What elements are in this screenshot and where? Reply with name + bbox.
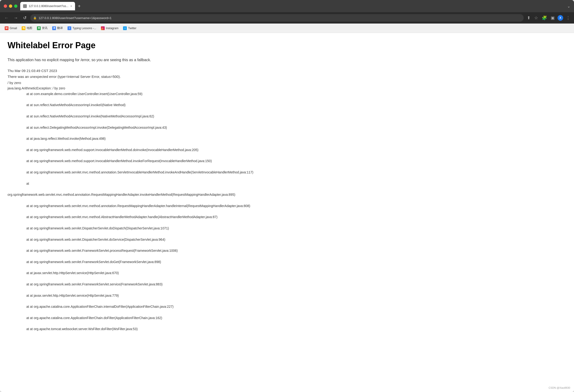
stack-lines-container: at at com.example.demo.controller.UserCo…: [7, 91, 567, 338]
page-title: Whitelabel Error Page: [7, 41, 567, 50]
stack-line: at at org.springframework.web.method.sup…: [7, 158, 567, 164]
bookmark-typing[interactable]: T Typing Lessons -...: [66, 25, 98, 31]
maps-icon: 地: [22, 26, 25, 30]
bookmark-maps[interactable]: 地 地图: [20, 25, 34, 31]
error-line1: There was an unexpected error (type=Inte…: [7, 74, 567, 80]
maximize-button[interactable]: [14, 4, 17, 8]
back-button[interactable]: ←: [3, 15, 10, 21]
url-text: 127.0.0.1:8080/user/insert?username=1&pa…: [39, 16, 521, 20]
error-line2: / by zero: [7, 80, 567, 86]
stack-line: at at org.apache.catalina.core.Applicati…: [7, 304, 567, 310]
close-button[interactable]: [4, 4, 7, 8]
forward-button[interactable]: →: [12, 15, 19, 21]
bookmark-translate-label: 翻译: [57, 26, 63, 30]
bookmark-news[interactable]: 资 资讯: [35, 25, 49, 31]
stack-line: at at org.springframework.web.servlet.mv…: [7, 170, 567, 175]
title-bar: 127.0.0.1:8080/user/insert?us... × + ⌄: [0, 0, 574, 12]
share-icon[interactable]: ⬆: [526, 14, 532, 21]
menu-icon[interactable]: ⋮: [565, 14, 571, 21]
browser-window: 127.0.0.1:8080/user/insert?us... × + ⌄ ←…: [0, 0, 574, 392]
bookmark-gmail[interactable]: M Gmail: [3, 25, 19, 31]
tab-overflow-button[interactable]: ⌄: [567, 4, 570, 8]
stack-line: at at com.example.demo.controller.UserCo…: [7, 91, 567, 97]
refresh-button[interactable]: ↺: [22, 14, 28, 21]
stack-line: at at org.apache.tomcat.websocket.server…: [7, 326, 567, 332]
news-icon: 资: [37, 26, 41, 30]
tab-title: 127.0.0.1:8080/user/insert?us...: [29, 4, 68, 8]
bookmark-twitter-label: Twitter: [128, 27, 136, 30]
typing-icon: T: [67, 26, 71, 30]
stack-line: at at org.springframework.web.servlet.Di…: [7, 226, 567, 231]
url-path: :8080/user/insert?username=1&password=1: [51, 16, 111, 20]
stack-line: at at org.springframework.web.servlet.mv…: [7, 203, 567, 209]
stack-line: at at org.springframework.web.servlet.Di…: [7, 237, 567, 243]
active-tab[interactable]: 127.0.0.1:8080/user/insert?us... ×: [20, 2, 75, 10]
exception-line: java.lang.ArithmeticException: / by zero: [7, 86, 567, 91]
watermark: CSDN @Xiao8830: [549, 386, 570, 389]
error-description: This application has no explicit mapping…: [7, 57, 567, 63]
minimize-button[interactable]: [9, 4, 12, 8]
timestamp: Thu Mar 09 21:03:49 CST 2023: [7, 68, 567, 74]
address-bar: ← → ↺ 🔒 127.0.0.1:8080/user/insert?usern…: [0, 12, 574, 23]
bookmark-gmail-label: Gmail: [10, 27, 17, 30]
twitter-icon: t: [123, 26, 127, 30]
bookmark-translate[interactable]: 译 翻译: [50, 25, 65, 31]
bookmark-instagram[interactable]: I Instagram: [99, 25, 120, 31]
gmail-icon: M: [5, 26, 8, 30]
stack-line: at at org.apache.catalina.core.Applicati…: [7, 315, 567, 321]
new-tab-button[interactable]: +: [76, 2, 82, 10]
bookmarks-bar: M Gmail 地 地图 资 资讯 译 翻译 T Typing Lessons …: [0, 23, 574, 33]
stack-line: at at sun.reflect.DelegatingMethodAccess…: [7, 125, 567, 131]
stack-line: at at sun.reflect.NativeMethodAccessorIm…: [7, 102, 567, 108]
stack-line: at at org.springframework.web.method.sup…: [7, 147, 567, 153]
sidebar-toggle-icon[interactable]: ▣: [550, 14, 556, 21]
bookmark-star-icon[interactable]: ☆: [533, 14, 539, 21]
stack-line: at at javax.servlet.http.HttpServlet.ser…: [7, 270, 567, 276]
stack-trace: java.lang.ArithmeticException: / by zero…: [7, 86, 567, 338]
stack-line: at at java.lang.reflect.Method.invoke(Me…: [7, 136, 567, 142]
bookmark-news-label: 资讯: [42, 26, 47, 30]
page-content: Whitelabel Error Page This application h…: [0, 33, 574, 392]
stack-line: org.springframework.web.servlet.mvc.meth…: [7, 192, 567, 198]
tab-close-button[interactable]: ×: [70, 4, 72, 8]
bookmark-instagram-label: Instagram: [106, 27, 118, 30]
stack-line: at: [7, 181, 567, 186]
traffic-lights: [4, 4, 17, 8]
tab-bar: 127.0.0.1:8080/user/insert?us... × + ⌄: [20, 2, 570, 10]
url-host: 127.0.0.1: [39, 16, 51, 20]
bookmark-twitter[interactable]: t Twitter: [121, 25, 138, 31]
toolbar-actions: ⬆ ☆ 🧩 ▣ X ⋮: [526, 14, 571, 21]
stack-line: at at sun.reflect.NativeMethodAccessorIm…: [7, 114, 567, 119]
error-details: Thu Mar 09 21:03:49 CST 2023 There was a…: [7, 68, 567, 86]
stack-line: at at org.springframework.web.servlet.Fr…: [7, 248, 567, 254]
translate-icon: 译: [52, 26, 56, 30]
stack-line: at at org.springframework.web.servlet.Fr…: [7, 259, 567, 265]
stack-line: at at org.springframework.web.servlet.Fr…: [7, 282, 567, 287]
profile-avatar[interactable]: X: [557, 15, 563, 21]
stack-line: at at javax.servlet.http.HttpServlet.ser…: [7, 293, 567, 299]
bookmark-maps-label: 地图: [27, 26, 32, 30]
stack-line: at at org.springframework.web.servlet.mv…: [7, 214, 567, 220]
lock-icon: 🔒: [33, 16, 37, 20]
url-bar[interactable]: 🔒 127.0.0.1:8080/user/insert?username=1&…: [30, 14, 524, 22]
extensions-icon[interactable]: 🧩: [541, 14, 548, 21]
tab-favicon: [23, 4, 27, 8]
bookmark-typing-label: Typing Lessons -...: [72, 27, 96, 30]
instagram-icon: I: [101, 26, 105, 30]
